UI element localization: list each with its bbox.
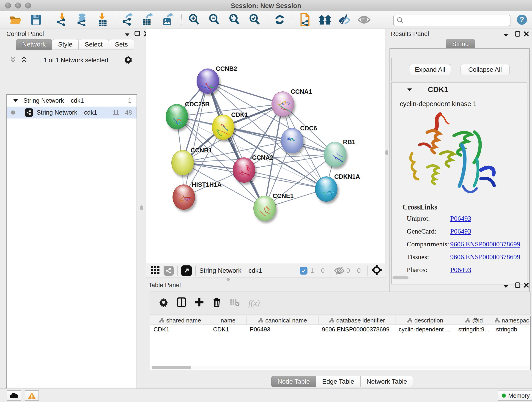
zoom-selected-button[interactable] bbox=[246, 13, 264, 26]
toolbar-separator bbox=[49, 14, 49, 25]
birdseye-toggle-button[interactable] bbox=[150, 265, 160, 276]
tab-select[interactable]: Select bbox=[79, 39, 109, 50]
collapse-all-button[interactable]: Collapse All bbox=[461, 64, 510, 75]
import-network-database-button[interactable] bbox=[73, 13, 91, 26]
column-header-canonical-name[interactable]: canonical name bbox=[247, 316, 319, 325]
crosslink-value-link[interactable]: P06493 bbox=[450, 266, 471, 274]
show-columns-button[interactable] bbox=[177, 297, 186, 309]
network-edge-count: 48 bbox=[125, 109, 132, 116]
tab-style[interactable]: Style bbox=[52, 39, 79, 50]
collapse-all-networks-button[interactable] bbox=[21, 56, 27, 65]
control-panel-float-button[interactable] bbox=[124, 32, 130, 38]
gear-icon bbox=[159, 298, 168, 307]
table-cell[interactable]: 9606.ENSP00000378699 bbox=[319, 325, 395, 334]
warnings-button[interactable] bbox=[25, 390, 39, 401]
results-panel-maximize-button[interactable] bbox=[515, 31, 520, 38]
column-header--id[interactable]: @id bbox=[455, 316, 493, 325]
string-home-button[interactable] bbox=[316, 13, 334, 26]
search-input[interactable] bbox=[406, 17, 510, 24]
crosslink-value-link[interactable]: P06493 bbox=[450, 227, 471, 235]
export-network-button[interactable] bbox=[119, 13, 137, 26]
import-network-file-button[interactable] bbox=[53, 13, 71, 26]
table-panel-float-button[interactable] bbox=[503, 283, 509, 290]
column-header-namespac[interactable]: namespac bbox=[493, 316, 531, 325]
tab-node-table[interactable]: Node Table bbox=[271, 376, 316, 387]
table-cell[interactable]: stringdb bbox=[493, 325, 531, 334]
table-cell[interactable]: P06493 bbox=[247, 325, 319, 334]
collapse-triangle-icon[interactable] bbox=[407, 87, 413, 92]
results-button-row: Expand All Collapse All bbox=[391, 58, 527, 81]
add-column-button[interactable] bbox=[195, 297, 204, 309]
import-database-icon bbox=[76, 13, 88, 26]
results-panel-float-button[interactable] bbox=[503, 32, 509, 39]
network-view-mode-button[interactable] bbox=[164, 266, 174, 276]
application-window: Session: New Session bbox=[0, 0, 532, 402]
string-import-button[interactable] bbox=[296, 13, 314, 26]
glass-ball-toggle-button[interactable] bbox=[355, 13, 373, 26]
expand-all-button[interactable]: Expand All bbox=[409, 64, 451, 75]
hidden-items-eye-slash-icon[interactable] bbox=[334, 267, 345, 275]
refresh-view-button[interactable] bbox=[271, 13, 289, 26]
tab-network-table[interactable]: Network Table bbox=[360, 376, 413, 387]
table-cell[interactable]: CDK1 bbox=[150, 325, 210, 334]
crosslink-row: Compartments:9606.ENSP00000378699 bbox=[392, 238, 527, 251]
fit-content-button[interactable] bbox=[371, 265, 382, 277]
help-button[interactable]: ? bbox=[515, 13, 529, 26]
delete-column-button[interactable] bbox=[213, 297, 221, 309]
hscrollbar-thumb[interactable] bbox=[152, 366, 191, 369]
network-row[interactable]: String Network – cdk1 11 48 bbox=[7, 107, 137, 119]
zoom-in-button[interactable] bbox=[185, 13, 203, 26]
tab-string[interactable]: String bbox=[446, 39, 475, 49]
network-list-options-button[interactable] bbox=[124, 56, 133, 65]
toolbar-separator bbox=[292, 14, 292, 25]
results-scrollbar-thumb[interactable] bbox=[393, 276, 409, 279]
bottom-splitter-handle[interactable] bbox=[227, 278, 230, 281]
import-table-file-button[interactable] bbox=[94, 13, 112, 26]
main-toolbar: ? bbox=[0, 11, 532, 28]
protein-description: cyclin-dependent kinase 1 bbox=[392, 97, 527, 108]
export-image-button[interactable] bbox=[159, 13, 177, 26]
node-table[interactable]: shared namenamecanonical namedatabase id… bbox=[150, 316, 531, 370]
export-table-button[interactable] bbox=[139, 13, 157, 26]
selected-items-checkbox[interactable] bbox=[300, 267, 307, 274]
control-panel-maximize-button[interactable] bbox=[134, 31, 140, 38]
column-header-shared-name[interactable]: shared name bbox=[150, 316, 210, 325]
table-panel-close-button[interactable] bbox=[523, 282, 529, 290]
zoom-fit-button[interactable] bbox=[225, 13, 243, 26]
tree-expander-icon[interactable] bbox=[13, 97, 18, 104]
table-cell[interactable]: CDK1 bbox=[210, 325, 247, 334]
close-icon bbox=[523, 31, 529, 37]
table-cell[interactable]: cyclin-dependent ... bbox=[395, 325, 455, 334]
column-header-database-identifier[interactable]: database identifier bbox=[319, 316, 395, 325]
node-label-cdc25b: CDC25B bbox=[185, 101, 210, 108]
zoom-out-button[interactable] bbox=[205, 13, 223, 26]
save-icon bbox=[31, 14, 41, 25]
table-panel-maximize-button[interactable] bbox=[515, 282, 520, 290]
crosslink-value-link[interactable]: 9606.ENSP00000378699 bbox=[450, 240, 520, 248]
protein-card-header[interactable]: CDK1 bbox=[392, 83, 527, 97]
string-labels-toggle-button[interactable] bbox=[336, 13, 353, 26]
expand-all-networks-button[interactable] bbox=[10, 56, 17, 65]
table-options-button[interactable] bbox=[159, 298, 168, 308]
cloud-status-button[interactable] bbox=[7, 390, 21, 401]
crosslink-value-link[interactable]: P06493 bbox=[450, 215, 471, 222]
network-collection-row[interactable]: String Network – cdk1 1 bbox=[7, 95, 137, 107]
results-panel-close-button[interactable] bbox=[523, 31, 529, 38]
tab-edge-table[interactable]: Edge Table bbox=[316, 376, 360, 387]
table-row[interactable]: CDK1CDK1P064939606.ENSP00000378699cyclin… bbox=[150, 325, 530, 334]
network-canvas[interactable]: CCNB2CCNA1CDC25BCDK1CDC6RB1CCNB1CCNA2CDK… bbox=[146, 29, 385, 264]
string-results-container: Expand All Collapse All CDK1 cyclin-depe… bbox=[389, 48, 530, 296]
table-hscrollbar[interactable] bbox=[151, 366, 530, 370]
tab-network[interactable]: Network bbox=[16, 39, 52, 50]
table-cell[interactable]: stringdb:9... bbox=[455, 325, 493, 334]
tab-sets[interactable]: Sets bbox=[109, 39, 134, 50]
column-header-description[interactable]: description bbox=[395, 316, 455, 325]
save-session-button[interactable] bbox=[27, 13, 45, 26]
left-splitter-handle[interactable] bbox=[140, 205, 143, 211]
column-header-name[interactable]: name bbox=[210, 316, 247, 325]
detach-view-button[interactable] bbox=[181, 265, 192, 276]
open-session-button[interactable] bbox=[7, 13, 25, 26]
crosslink-value-link[interactable]: 9606.ENSP00000378699 bbox=[450, 253, 520, 261]
open-folder-icon bbox=[10, 15, 22, 25]
memory-button[interactable]: Memory bbox=[498, 390, 532, 401]
